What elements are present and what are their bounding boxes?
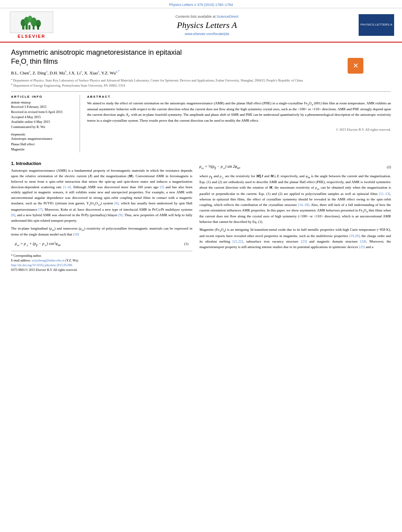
article-history-group: Article History: Received 3 February 201… (11, 101, 75, 130)
two-col-section: ARTICLE INFO Article History: Received 3… (11, 95, 391, 152)
eq2-content: ρxy = ½(ρ∥ − ρ⊥) sin 2φM, (199, 164, 387, 170)
contents-line: Contents lists available at ScienceDirec… (63, 15, 351, 19)
keyword-3: Magnetite (11, 147, 75, 152)
abstract-text: We aimed to study the effect of current … (87, 101, 391, 124)
col-left: 1. Introduction Anisotropic magnetoresis… (11, 160, 192, 272)
elsevier-image (10, 11, 53, 33)
crossmark: ✕ (348, 58, 363, 74)
svg-rect-9 (37, 25, 39, 29)
affiliation-b: b Department of Energy Engineering, Penn… (11, 83, 391, 88)
revised-date: Received in revised form 6 April 2015 (11, 109, 75, 115)
journal-logo-right: PHYSICS LETTERS A (359, 14, 394, 36)
eq2-number: (2) (387, 165, 391, 169)
communicated-by: Communicated by R. Wu (11, 124, 75, 130)
issn-line: 0375-9601/© 2015 Elsevier B.V. All right… (11, 268, 192, 272)
affiliation-a: a Department of Physics, State Key Labor… (11, 78, 391, 83)
elsevier-label: ELSEVIER (18, 34, 45, 39)
equation-1: ρxx = ρ⊥ + (ρ∥ − ρ⊥) cos2φM, (1) (11, 241, 192, 247)
accepted-date: Accepted 4 May 2015 (11, 115, 75, 120)
email-line: E-mail address: wuyizheng@fudan.edu.cn (… (11, 258, 192, 263)
doi-link[interactable]: http://dx.doi.org/10.1016/j.physleta.201… (11, 263, 72, 267)
copyright-line: © 2015 Elsevier B.V. All rights reserved… (87, 128, 391, 132)
journal-title: Physics Letters A (63, 20, 351, 30)
eq1-content: ρxx = ρ⊥ + (ρ∥ − ρ⊥) cos2φM, (15, 241, 61, 247)
article-info: ARTICLE INFO Article History: Received 3… (11, 95, 80, 152)
history-label: Article History: (11, 101, 75, 104)
intro-para2: The in-plane longitudinal (ρxx) and tran… (11, 226, 192, 238)
intro-para1: Anisotropic magnetoresistance (AMR) is a… (11, 168, 192, 224)
available-date: Available online 6 May 2015 (11, 119, 75, 124)
crossmark-icon: ✕ (348, 58, 363, 74)
equation-2-row: ρxy = ½(ρ∥ − ρ⊥) sin 2φM, (2) (199, 164, 391, 170)
main-body: 1. Introduction Anisotropic magnetoresis… (0, 156, 402, 276)
journal-logo-text: PHYSICS LETTERS A (361, 23, 392, 27)
article-title: Asymmetric anisotropic magnetoresistance… (11, 48, 367, 67)
sciencedirect-link[interactable]: ScienceDirect (217, 15, 239, 19)
page-wrapper: Physics Letters A 379 (2015) 1780–1784 (0, 0, 402, 532)
header-center: Contents lists available at ScienceDirec… (55, 15, 359, 36)
authors-line: B.L. Chena, Z. Dinga, D.H. Mab, J.X. Lia… (11, 70, 391, 75)
header-section: ELSEVIER Contents lists available at Sci… (0, 8, 402, 43)
section1-title: 1. Introduction (11, 161, 192, 166)
magnetite-para: Magnetite (Fe3O4) is an intriguing 3d tr… (199, 227, 391, 250)
after-eq2-para: where ρ∥ and ρ⊥ are the resistivity for … (199, 174, 391, 225)
top-bar: Physics Letters A 379 (2015) 1780–1784 (0, 0, 402, 8)
abstract-section: ABSTRACT We aimed to study the effect of… (87, 95, 391, 152)
col-right: ρxy = ½(ρ∥ − ρ⊥) sin 2φM, (2) where ρ∥ a… (199, 160, 391, 272)
article-content: Asymmetric anisotropic magnetoresistance… (0, 43, 402, 156)
keyword-2: Planar Hall effect (11, 142, 75, 147)
elsevier-logo-area: ELSEVIER (8, 11, 55, 39)
keywords-section: Keywords: Anisotropic magnetoresistance … (11, 133, 75, 152)
article-info-heading: ARTICLE INFO (11, 95, 75, 98)
footnote-section: * Corresponding author. E-mail address: … (11, 251, 192, 272)
svg-rect-7 (33, 25, 35, 29)
svg-rect-5 (28, 25, 30, 29)
affiliations: a Department of Physics, State Key Labor… (11, 78, 391, 88)
journal-url-link[interactable]: www.elsevier.com/locate/pla (185, 32, 229, 36)
corresponding-author: * Corresponding author. (11, 254, 192, 258)
received-date: Received 3 February 2015 (11, 104, 75, 109)
journal-url: www.elsevier.com/locate/pla (63, 32, 351, 36)
keyword-1: Anisotropic magnetoresistance (11, 136, 75, 142)
abstract-heading: ABSTRACT (87, 95, 391, 98)
eq1-number: (1) (184, 242, 189, 246)
doi-line: http://dx.doi.org/10.1016/j.physleta.201… (11, 263, 192, 268)
divider-line (11, 91, 391, 92)
article-title-line2: Fe3O4 thin films (11, 57, 58, 65)
email-link[interactable]: wuyizheng@fudan.edu.cn (32, 259, 65, 262)
keywords-label: Keywords: (11, 133, 75, 136)
article-title-line1: Asymmetric anisotropic magnetoresistance… (11, 48, 182, 56)
journal-ref-link[interactable]: Physics Letters A 379 (2015) 1780–1784 (169, 3, 233, 7)
